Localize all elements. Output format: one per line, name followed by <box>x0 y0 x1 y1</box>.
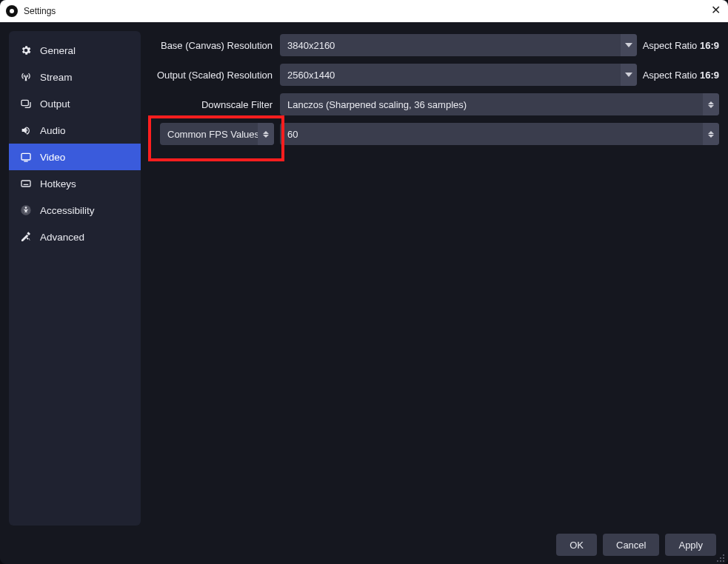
sidebar-item-general[interactable]: General <box>9 37 141 64</box>
row-downscale-filter: Downscale Filter Lanczos (Sharpened scal… <box>150 93 719 115</box>
aspect-ratio-base: Aspect Ratio 16:9 <box>643 40 719 51</box>
aspect-ratio-output: Aspect Ratio 16:9 <box>643 70 719 81</box>
sidebar: General Stream Output Audio <box>9 31 141 526</box>
svg-rect-1 <box>21 153 30 160</box>
content-area: General Stream Output Audio <box>0 22 728 526</box>
tools-icon <box>19 230 33 244</box>
accessibility-icon <box>19 204 33 217</box>
combo-fps-type-value: Common FPS Values <box>167 129 259 140</box>
combo-fps-value-value: 60 <box>287 129 298 140</box>
antenna-icon <box>19 70 33 84</box>
svg-rect-2 <box>21 181 30 187</box>
sidebar-item-label: Stream <box>40 72 73 83</box>
row-output-resolution: Output (Scaled) Resolution 2560x1440 Asp… <box>150 64 719 86</box>
settings-window: General Stream Output Audio <box>0 22 728 564</box>
cancel-button[interactable]: Cancel <box>603 534 659 556</box>
stepper-icon[interactable] <box>258 123 274 145</box>
sidebar-item-label: Hotkeys <box>40 178 76 189</box>
svg-point-9 <box>720 560 721 562</box>
chevron-down-icon[interactable] <box>621 64 637 86</box>
combo-base-resolution[interactable]: 3840x2160 <box>280 34 637 56</box>
svg-point-4 <box>25 207 27 209</box>
combo-base-resolution-value: 3840x2160 <box>287 40 335 51</box>
combo-fps-value[interactable]: 60 <box>280 123 719 145</box>
output-icon <box>19 97 33 110</box>
main-panel: Base (Canvas) Resolution 3840x2160 Aspec… <box>150 31 719 526</box>
titlebar: Settings ✕ <box>0 0 728 22</box>
sidebar-item-accessibility[interactable]: Accessibility <box>9 197 141 224</box>
footer: OK Cancel Apply <box>0 526 728 564</box>
sidebar-item-advanced[interactable]: Advanced <box>9 224 141 250</box>
sidebar-item-label: General <box>40 45 76 56</box>
svg-rect-0 <box>21 100 28 105</box>
keyboard-icon <box>19 177 33 190</box>
apply-button[interactable]: Apply <box>665 534 716 556</box>
row-fps: Common FPS Values 60 <box>150 123 719 145</box>
app-icon <box>6 5 18 17</box>
sidebar-item-label: Advanced <box>40 232 84 243</box>
svg-point-7 <box>723 560 724 562</box>
sidebar-item-hotkeys[interactable]: Hotkeys <box>9 170 141 197</box>
resize-grip-icon[interactable] <box>716 554 725 563</box>
stepper-icon[interactable] <box>703 93 719 115</box>
sidebar-item-output[interactable]: Output <box>9 90 141 117</box>
combo-fps-type[interactable]: Common FPS Values <box>160 123 274 145</box>
svg-point-10 <box>717 560 718 562</box>
label-base-resolution: Base (Canvas) Resolution <box>150 40 274 51</box>
label-output-resolution: Output (Scaled) Resolution <box>150 70 274 81</box>
combo-downscale-filter-value: Lanczos (Sharpened scaling, 36 samples) <box>287 99 467 110</box>
sidebar-item-video[interactable]: Video <box>9 144 141 170</box>
gear-icon <box>19 44 33 57</box>
stepper-icon[interactable] <box>703 123 719 145</box>
combo-output-resolution[interactable]: 2560x1440 <box>280 64 637 86</box>
close-icon[interactable]: ✕ <box>711 3 721 17</box>
label-downscale-filter: Downscale Filter <box>150 99 274 110</box>
svg-point-5 <box>723 554 724 556</box>
svg-point-8 <box>720 557 721 559</box>
chevron-down-icon[interactable] <box>621 34 637 56</box>
combo-output-resolution-value: 2560x1440 <box>287 70 335 81</box>
ok-button[interactable]: OK <box>556 534 597 556</box>
window-title: Settings <box>24 6 56 16</box>
sidebar-item-label: Output <box>40 98 70 110</box>
sidebar-item-audio[interactable]: Audio <box>9 117 141 144</box>
sidebar-item-label: Accessibility <box>40 205 95 216</box>
row-base-resolution: Base (Canvas) Resolution 3840x2160 Aspec… <box>150 34 719 56</box>
audio-icon <box>19 124 33 137</box>
svg-point-6 <box>723 557 724 559</box>
sidebar-item-label: Video <box>40 152 65 163</box>
combo-downscale-filter[interactable]: Lanczos (Sharpened scaling, 36 samples) <box>280 93 719 115</box>
video-icon <box>19 150 33 164</box>
sidebar-item-stream[interactable]: Stream <box>9 64 141 90</box>
sidebar-item-label: Audio <box>40 125 66 136</box>
